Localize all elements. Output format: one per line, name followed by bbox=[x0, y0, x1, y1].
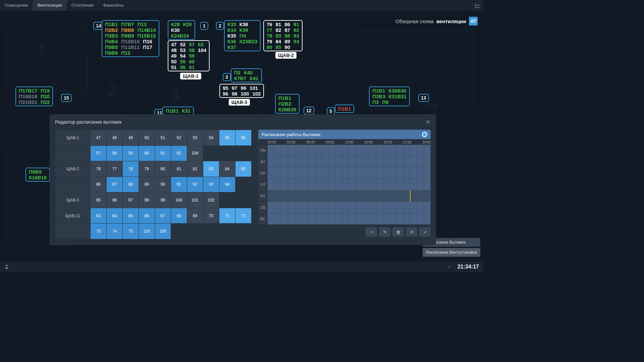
grid-cell[interactable]: 67 bbox=[155, 208, 171, 224]
schedule-cell[interactable] bbox=[281, 168, 288, 179]
schedule-cell[interactable] bbox=[363, 168, 370, 179]
schedule-cell[interactable] bbox=[268, 168, 274, 179]
grid-cell[interactable]: 97 bbox=[123, 192, 139, 208]
schedule-cell[interactable] bbox=[376, 168, 383, 179]
schedule-cell[interactable] bbox=[410, 168, 417, 179]
grid-cell[interactable]: 63 bbox=[91, 208, 107, 224]
unit-label[interactable]: П9В9 bbox=[121, 33, 134, 39]
grid-cell[interactable]: 76 bbox=[91, 161, 107, 177]
unit-label[interactable]: П10В10 bbox=[121, 39, 140, 44]
schedule-cell[interactable] bbox=[363, 179, 370, 190]
schedule-cell[interactable] bbox=[404, 202, 410, 213]
zone-tag-2[interactable]: 2 bbox=[216, 22, 224, 30]
chart-icon[interactable] bbox=[472, 0, 483, 11]
unit-label[interactable]: П3В3 bbox=[372, 94, 385, 99]
unit-label[interactable]: П14В14 bbox=[138, 27, 156, 33]
unit-label[interactable]: 62 bbox=[198, 42, 204, 47]
grid-cell[interactable]: 74 bbox=[107, 224, 123, 239]
schedule-cell[interactable] bbox=[370, 202, 376, 213]
schedule-cell[interactable] bbox=[315, 168, 322, 179]
schedule-cell[interactable] bbox=[390, 156, 397, 168]
unit-label[interactable]: К7В7 bbox=[234, 75, 247, 81]
zone-tag-1[interactable]: 1 bbox=[200, 22, 208, 30]
schedule-cell[interactable] bbox=[383, 145, 390, 156]
panel-zone-12[interactable]: П1В1П2В2К28В28 bbox=[275, 94, 300, 114]
unit-label[interactable]: П7В7 bbox=[121, 21, 134, 27]
schedule-cell[interactable] bbox=[268, 202, 274, 213]
schedule-cell[interactable] bbox=[268, 179, 274, 190]
unit-label[interactable]: 104 bbox=[198, 47, 206, 53]
schedule-cell[interactable] bbox=[335, 190, 342, 202]
unit-label[interactable]: П15В15 bbox=[138, 33, 156, 39]
unit-label[interactable]: 85 bbox=[276, 44, 281, 50]
unit-label[interactable]: 101 bbox=[250, 85, 258, 91]
grid-cell[interactable]: 75 bbox=[123, 224, 139, 239]
schedule-cell[interactable] bbox=[424, 168, 431, 179]
schedule-cell[interactable] bbox=[390, 179, 397, 190]
schedule-cell[interactable] bbox=[268, 145, 274, 156]
undo-icon[interactable]: ↺ bbox=[406, 227, 417, 237]
schedule-cell[interactable] bbox=[281, 213, 288, 225]
schedule-cell[interactable] bbox=[356, 168, 363, 179]
grid-cell[interactable]: 73 bbox=[91, 224, 107, 239]
unit-label[interactable]: П3В3 bbox=[105, 33, 118, 39]
schedule-cell[interactable] bbox=[288, 202, 295, 213]
schedule-cell[interactable] bbox=[349, 213, 356, 225]
panel-shav-2[interactable]: 76818691778287927883889379848994808590 bbox=[263, 20, 303, 51]
grid-cell[interactable]: 98 bbox=[139, 192, 155, 208]
nav-tab-fancoils[interactable]: Фанкойлы bbox=[98, 0, 128, 11]
schedule-cell[interactable] bbox=[336, 202, 342, 213]
schedule-cell[interactable] bbox=[356, 179, 363, 190]
unit-label[interactable]: 83 bbox=[276, 33, 281, 39]
schedule-cell[interactable] bbox=[370, 213, 376, 225]
confirm-icon[interactable]: ✓ bbox=[419, 227, 431, 237]
schedule-cell[interactable] bbox=[356, 156, 363, 168]
grid-cell[interactable]: 51 bbox=[155, 130, 171, 146]
unit-label[interactable]: 52 bbox=[180, 42, 186, 47]
check-icon[interactable]: ✓ bbox=[447, 264, 451, 269]
schedule-cell[interactable] bbox=[417, 213, 424, 225]
unit-label[interactable]: К24В24 bbox=[171, 33, 189, 39]
schedule-cell[interactable] bbox=[342, 179, 349, 190]
unit-label[interactable]: К16В16 bbox=[29, 175, 47, 180]
schedule-cell[interactable] bbox=[349, 145, 356, 156]
unit-label[interactable]: К37 bbox=[227, 44, 236, 50]
zone-tag-15[interactable]: 15 bbox=[61, 94, 72, 102]
grid-cell[interactable]: 77 bbox=[107, 161, 123, 177]
unit-label[interactable]: П4 bbox=[239, 33, 246, 39]
schedule-cell[interactable] bbox=[288, 168, 295, 179]
panel-zone-3[interactable]: П2К40К7В7К41 bbox=[231, 68, 262, 82]
grid-cell[interactable]: 59 bbox=[123, 145, 139, 161]
grid-cell[interactable]: 47 bbox=[91, 130, 107, 146]
grid-cell[interactable]: 90 bbox=[155, 177, 171, 192]
schedule-cell[interactable] bbox=[342, 202, 349, 213]
schedule-cell[interactable] bbox=[329, 190, 335, 202]
schedule-cell[interactable] bbox=[356, 213, 363, 225]
schedule-cell[interactable] bbox=[329, 213, 335, 225]
unit-label[interactable]: 90 bbox=[284, 44, 290, 50]
schedule-cell[interactable] bbox=[322, 190, 328, 202]
schedule-cell[interactable] bbox=[376, 213, 383, 225]
unit-label[interactable]: П5В5 bbox=[105, 44, 118, 50]
schedule-cell[interactable] bbox=[274, 179, 281, 190]
unit-label[interactable]: П20 bbox=[41, 94, 50, 99]
schedule-cell[interactable] bbox=[370, 179, 376, 190]
schedule-cell[interactable] bbox=[322, 145, 329, 156]
schedule-cell[interactable] bbox=[302, 179, 308, 190]
unit-label[interactable]: 84 bbox=[276, 39, 281, 44]
grid-cell[interactable]: 60 bbox=[139, 145, 155, 161]
schedule-cell[interactable] bbox=[390, 202, 397, 213]
schedule-cell[interactable] bbox=[295, 145, 302, 156]
unit-label[interactable]: П1В1 bbox=[166, 108, 178, 114]
schedule-cell[interactable] bbox=[342, 168, 349, 179]
unit-label[interactable]: 100 bbox=[240, 91, 249, 97]
schedule-cell[interactable] bbox=[417, 190, 424, 202]
grid-cell[interactable]: 94 bbox=[219, 177, 235, 192]
schedule-cell[interactable] bbox=[315, 213, 322, 225]
schedule-cell[interactable] bbox=[424, 179, 431, 190]
schedule-cell[interactable] bbox=[274, 156, 281, 168]
unit-label[interactable]: П1В1 bbox=[105, 21, 118, 27]
panel-shav-3[interactable]: 9597991019698100102 bbox=[219, 84, 264, 98]
schedule-cell[interactable] bbox=[383, 168, 390, 179]
schedule-cell[interactable] bbox=[288, 179, 295, 190]
